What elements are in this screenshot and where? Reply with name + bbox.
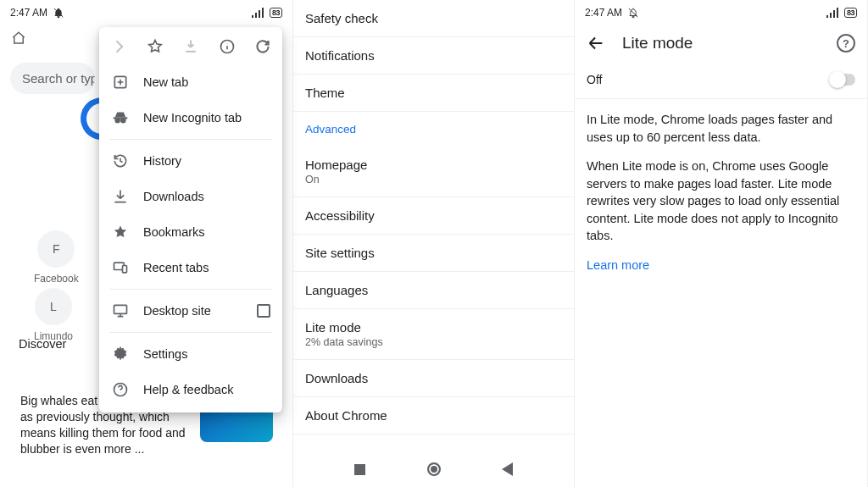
menu-divider [109, 332, 272, 333]
plus-square-icon [111, 73, 130, 91]
menu-desktop-site[interactable]: Desktop site [99, 293, 282, 329]
battery-icon: 83 [270, 8, 282, 18]
status-time: 2:47 AM [10, 7, 47, 19]
monitor-icon [111, 302, 130, 320]
status-time: 2:47 AM [585, 7, 622, 19]
statusbar: 2:47 AM 83 [0, 0, 292, 25]
download-arrow-icon [111, 187, 130, 206]
menu-icon-row [99, 27, 282, 64]
star-icon[interactable] [146, 37, 164, 56]
menu-label: Desktop site [143, 304, 211, 318]
lite-paragraph-2: When Lite mode is on, Chrome uses Google… [587, 158, 855, 245]
menu-divider [109, 289, 272, 290]
menu-settings[interactable]: Settings [99, 336, 282, 372]
toggle-label: Off [587, 73, 602, 86]
setting-safety-check[interactable]: Safety check [293, 0, 574, 37]
screenshot-chrome-menu: 2:47 AM 83 Search or type F Facebook L L… [0, 0, 293, 487]
menu-bookmarks[interactable]: Bookmarks [99, 214, 282, 250]
menu-history[interactable]: History [99, 143, 282, 179]
statusbar: 2:47 AM 83 [575, 0, 867, 25]
setting-accessibility[interactable]: Accessibility [293, 197, 574, 235]
back-icon[interactable] [587, 34, 605, 53]
shortcut-label: Facebook [34, 273, 79, 285]
svg-rect-4 [114, 305, 127, 313]
shortcut-limundo[interactable]: L Limundo [34, 288, 73, 342]
star-filled-icon [111, 223, 130, 241]
learn-more-link[interactable]: Learn more [587, 258, 649, 272]
nav-recents-icon[interactable] [354, 464, 365, 475]
setting-languages[interactable]: Languages [293, 272, 574, 309]
screenshot-lite-mode: 2:47 AM 83 Lite mode ? Off In Lite mode,… [575, 0, 868, 487]
search-input[interactable]: Search or type [10, 63, 95, 94]
signal-icon [251, 8, 264, 18]
menu-label: Settings [143, 347, 187, 361]
menu-label: History [143, 154, 181, 168]
battery-icon: 83 [844, 8, 857, 18]
setting-notifications[interactable]: Notifications [293, 37, 574, 75]
setting-site-settings[interactable]: Site settings [293, 235, 574, 272]
info-icon[interactable] [218, 37, 236, 56]
desktop-checkbox[interactable] [257, 304, 270, 318]
discover-heading: Discover [19, 337, 66, 351]
setting-downloads[interactable]: Downloads [293, 360, 574, 397]
menu-label: Recent tabs [143, 261, 209, 274]
refresh-icon[interactable] [253, 37, 272, 56]
setting-section-advanced: Advanced [293, 112, 574, 147]
help-circle-icon [111, 380, 130, 399]
menu-new-tab[interactable]: New tab [99, 64, 282, 100]
history-icon [111, 152, 130, 170]
toggle-knob [829, 71, 846, 88]
setting-lite-mode[interactable]: Lite mode 2% data savings [293, 309, 574, 360]
setting-theme[interactable]: Theme [293, 75, 574, 112]
screenshot-settings-list: Safety check Notifications Theme Advance… [293, 0, 575, 487]
dnd-icon [53, 7, 64, 19]
gear-icon [111, 345, 130, 363]
help-icon[interactable]: ? [837, 34, 855, 53]
menu-label: Bookmarks [143, 225, 205, 239]
lite-mode-toggle-row[interactable]: Off [575, 61, 867, 99]
menu-incognito[interactable]: New Incognito tab [99, 100, 282, 136]
signal-icon [826, 8, 839, 18]
android-navbar [293, 451, 574, 487]
svg-rect-3 [123, 266, 127, 273]
dnd-icon [627, 7, 639, 19]
incognito-icon [111, 108, 130, 127]
menu-help[interactable]: Help & feedback [99, 372, 282, 407]
overflow-menu: New tab New Incognito tab History Downlo… [99, 27, 282, 412]
home-icon[interactable] [10, 30, 27, 46]
menu-label: New Incognito tab [143, 111, 242, 125]
nav-home-icon[interactable] [427, 462, 441, 476]
menu-label: Downloads [143, 190, 204, 203]
menu-label: New tab [143, 75, 188, 89]
toggle-switch[interactable] [830, 74, 855, 86]
menu-label: Help & feedback [143, 383, 233, 396]
lite-mode-header: Lite mode ? [575, 25, 867, 61]
shortcut-letter: F [37, 230, 75, 268]
nav-back-icon[interactable] [502, 462, 513, 476]
setting-homepage[interactable]: Homepage On [293, 147, 574, 197]
download-icon [181, 37, 200, 56]
devices-icon [111, 258, 130, 277]
menu-downloads[interactable]: Downloads [99, 179, 282, 214]
shortcut-facebook[interactable]: F Facebook [34, 230, 79, 285]
lite-mode-body: In Lite mode, Chrome loads pages faster … [575, 99, 867, 286]
menu-divider [109, 139, 272, 140]
page-title: Lite mode [622, 34, 820, 53]
shortcut-letter: L [35, 288, 72, 325]
lite-paragraph-1: In Lite mode, Chrome loads pages faster … [587, 111, 855, 146]
setting-about-chrome[interactable]: About Chrome [293, 397, 574, 434]
forward-icon [109, 37, 128, 56]
menu-recent-tabs[interactable]: Recent tabs [99, 250, 282, 285]
